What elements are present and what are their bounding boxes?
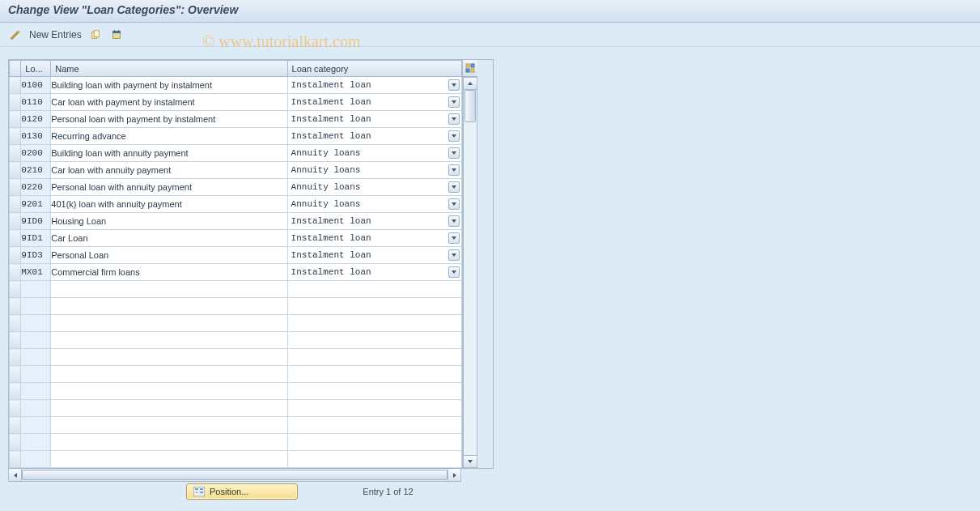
cell-name[interactable]: Recurring advance bbox=[51, 128, 287, 145]
row-selector[interactable] bbox=[10, 349, 21, 366]
dropdown-icon[interactable] bbox=[448, 232, 460, 244]
cell-code[interactable] bbox=[21, 417, 51, 434]
cell-code[interactable]: 9ID1 bbox=[21, 230, 51, 247]
cell-name[interactable] bbox=[51, 281, 287, 298]
cell-code[interactable]: 0120 bbox=[21, 111, 51, 128]
row-selector[interactable] bbox=[10, 434, 21, 451]
row-selector[interactable] bbox=[10, 417, 21, 434]
cell-name[interactable] bbox=[51, 315, 287, 332]
dropdown-icon[interactable] bbox=[448, 164, 460, 176]
cell-category[interactable]: Annuity loans bbox=[287, 145, 461, 162]
dropdown-icon[interactable] bbox=[448, 181, 460, 193]
row-selector[interactable] bbox=[10, 247, 21, 264]
cell-name[interactable]: Housing Loan bbox=[51, 213, 287, 230]
row-selector[interactable] bbox=[10, 298, 21, 315]
dropdown-icon[interactable] bbox=[448, 113, 460, 125]
new-entries-button[interactable]: New Entries bbox=[29, 29, 82, 40]
vertical-scrollbar[interactable] bbox=[462, 60, 477, 468]
row-selector[interactable] bbox=[10, 400, 21, 417]
cell-code[interactable] bbox=[21, 349, 51, 366]
row-selector[interactable] bbox=[10, 77, 21, 94]
cell-code[interactable]: MX01 bbox=[21, 264, 51, 281]
cell-name[interactable]: Building loan with annuity payment bbox=[51, 145, 287, 162]
cell-name[interactable]: Personal loan with annuity payment bbox=[51, 179, 287, 196]
cell-category[interactable] bbox=[287, 281, 461, 298]
cell-category[interactable] bbox=[287, 332, 461, 349]
cell-category[interactable]: Annuity loans bbox=[287, 179, 461, 196]
cell-code[interactable]: 9ID0 bbox=[21, 213, 51, 230]
dropdown-icon[interactable] bbox=[448, 198, 460, 210]
row-selector[interactable] bbox=[10, 451, 21, 468]
cell-category[interactable]: Instalment loan bbox=[287, 247, 461, 264]
cell-category[interactable] bbox=[287, 434, 461, 451]
row-selector[interactable] bbox=[10, 332, 21, 349]
row-selector[interactable] bbox=[10, 213, 21, 230]
cell-name[interactable] bbox=[51, 400, 287, 417]
cell-name[interactable]: Commercial firm loans bbox=[51, 264, 287, 281]
row-selector[interactable] bbox=[10, 366, 21, 383]
cell-name[interactable] bbox=[51, 417, 287, 434]
cell-category[interactable]: Instalment loan bbox=[287, 213, 461, 230]
row-selector[interactable] bbox=[10, 196, 21, 213]
cell-code[interactable]: 0220 bbox=[21, 179, 51, 196]
copy-icon[interactable] bbox=[88, 28, 103, 42]
cell-code[interactable] bbox=[21, 434, 51, 451]
cell-code[interactable]: 0110 bbox=[21, 94, 51, 111]
cell-name[interactable]: Car loan with annuity payment bbox=[51, 162, 287, 179]
dropdown-icon[interactable] bbox=[448, 79, 460, 91]
column-header-code[interactable]: Lo... bbox=[21, 61, 51, 77]
select-all-corner[interactable] bbox=[10, 61, 21, 77]
cell-code[interactable]: 0130 bbox=[21, 128, 51, 145]
cell-code[interactable] bbox=[21, 400, 51, 417]
cell-code[interactable]: 9201 bbox=[21, 196, 51, 213]
dropdown-icon[interactable] bbox=[448, 215, 460, 227]
cell-category[interactable]: Annuity loans bbox=[287, 196, 461, 213]
row-selector[interactable] bbox=[10, 94, 21, 111]
row-selector[interactable] bbox=[10, 315, 21, 332]
cell-code[interactable] bbox=[21, 332, 51, 349]
cell-name[interactable]: 401(k) loan with annuity payment bbox=[51, 196, 287, 213]
cell-code[interactable] bbox=[21, 315, 51, 332]
cell-name[interactable]: Car Loan bbox=[51, 230, 287, 247]
cell-code[interactable]: 9ID3 bbox=[21, 247, 51, 264]
row-selector[interactable] bbox=[10, 162, 21, 179]
scroll-right-button[interactable] bbox=[448, 469, 460, 481]
dropdown-icon[interactable] bbox=[448, 147, 460, 159]
cell-category[interactable] bbox=[287, 383, 461, 400]
dropdown-icon[interactable] bbox=[448, 96, 460, 108]
cell-category[interactable]: Instalment loan bbox=[287, 111, 461, 128]
column-header-name[interactable]: Name bbox=[51, 61, 287, 77]
row-selector[interactable] bbox=[10, 145, 21, 162]
row-selector[interactable] bbox=[10, 281, 21, 298]
scroll-left-button[interactable] bbox=[9, 469, 22, 481]
delete-icon[interactable] bbox=[109, 28, 124, 42]
scroll-up-button[interactable] bbox=[463, 77, 477, 90]
cell-code[interactable]: 0210 bbox=[21, 162, 51, 179]
cell-code[interactable] bbox=[21, 383, 51, 400]
scroll-thumb[interactable] bbox=[465, 90, 476, 122]
row-selector[interactable] bbox=[10, 111, 21, 128]
cell-category[interactable]: Instalment loan bbox=[287, 94, 461, 111]
cell-name[interactable] bbox=[51, 366, 287, 383]
cell-category[interactable]: Annuity loans bbox=[287, 162, 461, 179]
scroll-down-button[interactable] bbox=[463, 455, 477, 468]
cell-category[interactable] bbox=[287, 315, 461, 332]
cell-code[interactable] bbox=[21, 366, 51, 383]
row-selector[interactable] bbox=[10, 264, 21, 281]
cell-name[interactable] bbox=[51, 383, 287, 400]
cell-category[interactable] bbox=[287, 451, 461, 468]
hscroll-track[interactable] bbox=[22, 469, 448, 481]
cell-code[interactable] bbox=[21, 298, 51, 315]
cell-name[interactable] bbox=[51, 434, 287, 451]
cell-name[interactable] bbox=[51, 451, 287, 468]
cell-category[interactable] bbox=[287, 417, 461, 434]
cell-name[interactable]: Car loan with payment by instalment bbox=[51, 94, 287, 111]
column-header-category[interactable]: Loan category bbox=[287, 61, 461, 77]
cell-code[interactable]: 0200 bbox=[21, 145, 51, 162]
cell-category[interactable] bbox=[287, 400, 461, 417]
scroll-track[interactable] bbox=[463, 90, 477, 455]
row-selector[interactable] bbox=[10, 128, 21, 145]
dropdown-icon[interactable] bbox=[448, 266, 460, 278]
cell-category[interactable] bbox=[287, 349, 461, 366]
cell-code[interactable] bbox=[21, 451, 51, 468]
